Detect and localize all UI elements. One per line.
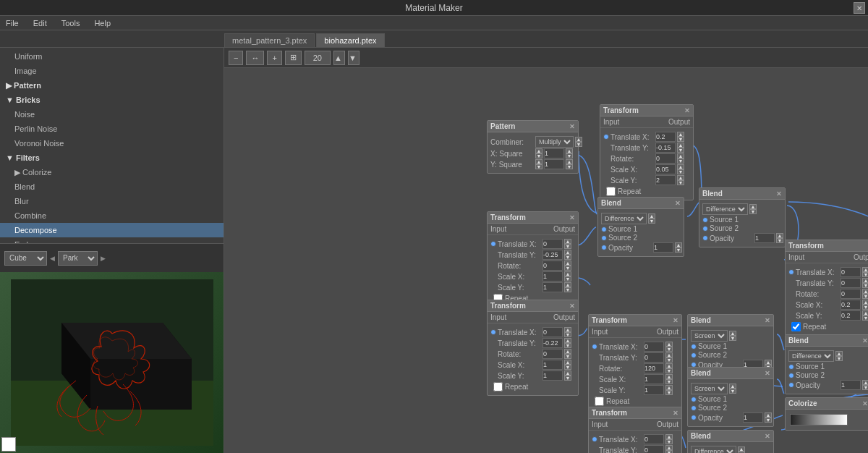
- menu-tools[interactable]: Tools: [59, 19, 83, 27]
- node-transform2-close[interactable]: ✕: [569, 214, 575, 221]
- zoom-up-button[interactable]: ▲: [333, 51, 345, 65]
- port-b1-s1[interactable]: [601, 226, 607, 232]
- input-y-val[interactable]: [544, 159, 564, 169]
- input-t2-tx[interactable]: [542, 239, 563, 249]
- sidebar-item-decompose[interactable]: Decompose: [0, 223, 224, 237]
- input-t3-ty[interactable]: [542, 338, 563, 348]
- port-b3-s1[interactable]: [691, 344, 697, 350]
- node-colorize1-header[interactable]: Colorize ✕: [786, 398, 868, 410]
- node-blend6-header[interactable]: Blend ✕: [786, 335, 868, 347]
- input-t6-sx[interactable]: [841, 300, 861, 310]
- input-scale-x1[interactable]: [655, 164, 676, 174]
- input-t6-tx[interactable]: [841, 267, 861, 277]
- input-x-val[interactable]: [544, 148, 564, 158]
- fit-button[interactable]: ↔: [246, 51, 264, 65]
- node-canvas[interactable]: .conn { stroke: #5599ff; stroke-width: 1…: [224, 68, 868, 453]
- node-colorize1-close[interactable]: ✕: [862, 400, 868, 407]
- node-transform3-close[interactable]: ✕: [569, 302, 575, 310]
- sidebar-item-combine[interactable]: Combine: [0, 208, 224, 223]
- node-blend3-header[interactable]: Blend ✕: [688, 315, 773, 326]
- input-t3-sy[interactable]: [542, 371, 563, 381]
- port-b6-s1[interactable]: [788, 364, 794, 370]
- sidebar-item-emboss[interactable]: Emboss: [0, 237, 224, 243]
- node-transform1-header[interactable]: Transform ✕: [600, 105, 693, 117]
- port-b1-op[interactable]: [601, 245, 607, 250]
- input-t6-sy[interactable]: [841, 310, 861, 321]
- tab-metal-pattern[interactable]: metal_pattern_3.ptex: [224, 33, 315, 47]
- input-t4-rot[interactable]: [644, 363, 664, 373]
- node-blend6-close[interactable]: ✕: [862, 337, 868, 344]
- blend4-mode[interactable]: Screen: [691, 383, 728, 394]
- node-blend1-header[interactable]: Blend ✕: [598, 198, 684, 209]
- node-transform4-close[interactable]: ✕: [673, 317, 678, 324]
- node-blend4-close[interactable]: ✕: [765, 370, 770, 377]
- input-t4-tx[interactable]: [644, 342, 664, 352]
- input-t6-rot[interactable]: [841, 289, 861, 299]
- port-b6-s2[interactable]: [788, 373, 794, 378]
- input-translate-y1[interactable]: [655, 143, 676, 153]
- colorize1-gradient[interactable]: [790, 414, 848, 426]
- port-b2-op[interactable]: [702, 235, 708, 241]
- port-t5-tx[interactable]: [592, 436, 597, 442]
- blend1-mode[interactable]: Difference: [601, 213, 647, 224]
- port-t4-tx[interactable]: [592, 344, 597, 350]
- sidebar-item-voronoi[interactable]: Voronoi Noise: [0, 136, 224, 151]
- input-blend2-opacity[interactable]: [754, 233, 775, 243]
- input-rotate1[interactable]: [655, 153, 676, 164]
- grid-button[interactable]: ⊞: [285, 51, 302, 65]
- input-blend4-opacity[interactable]: [743, 412, 763, 423]
- sidebar-item-bricks[interactable]: ▼ Bricks: [0, 93, 224, 107]
- sidebar-item-image[interactable]: Image: [0, 64, 224, 78]
- zoom-in-button[interactable]: +: [267, 51, 281, 65]
- node-blend2-header[interactable]: Blend ✕: [699, 188, 785, 200]
- port-b2-s1[interactable]: [702, 217, 708, 223]
- node-blend5-header[interactable]: Blend ✕: [688, 431, 773, 442]
- sidebar-item-filters[interactable]: ▼ Filters: [0, 151, 224, 165]
- node-blend1-close[interactable]: ✕: [675, 200, 681, 207]
- env-select[interactable]: Park Studio: [58, 251, 98, 266]
- sidebar-item-blur[interactable]: Blur: [0, 194, 224, 208]
- input-translate-x1[interactable]: [655, 132, 676, 142]
- close-button[interactable]: ✕: [854, 2, 865, 14]
- node-blend3-close[interactable]: ✕: [765, 317, 770, 324]
- node-transform5-close[interactable]: ✕: [673, 410, 678, 417]
- node-blend4-header[interactable]: Blend ✕: [688, 368, 773, 379]
- node-transform1-close[interactable]: ✕: [684, 107, 690, 114]
- input-t3-tx[interactable]: [542, 327, 563, 337]
- input-t4-ty[interactable]: [644, 352, 664, 363]
- menu-edit[interactable]: Edit: [30, 19, 50, 27]
- shape-select[interactable]: Cube Sphere Plane: [4, 251, 47, 266]
- node-pattern-header[interactable]: Pattern ✕: [488, 121, 578, 132]
- input-t3-sx[interactable]: [542, 360, 563, 370]
- port-t2-tx[interactable]: [490, 241, 496, 247]
- sidebar-item-perlin[interactable]: Perlin Noise: [0, 122, 224, 136]
- port-b2-s2[interactable]: [702, 226, 708, 232]
- sidebar-item-colorize[interactable]: ▶ Colorize: [0, 165, 224, 179]
- tab-biohazard[interactable]: biohazard.ptex: [316, 33, 384, 47]
- node-transform2-header[interactable]: Transform ✕: [488, 212, 578, 224]
- input-blend6-opacity[interactable]: [841, 380, 861, 390]
- zoom-input[interactable]: [305, 51, 331, 65]
- input-t3-rot[interactable]: [542, 349, 563, 359]
- port-b6-op[interactable]: [788, 382, 794, 388]
- menu-help[interactable]: Help: [91, 19, 114, 27]
- node-transform5-header[interactable]: Transform ✕: [589, 407, 681, 419]
- port-b4-s1[interactable]: [691, 397, 697, 402]
- input-t2-ty[interactable]: [542, 250, 563, 260]
- node-transform6-header[interactable]: Transform ✕: [786, 240, 868, 252]
- port-t3-tx[interactable]: [490, 329, 496, 335]
- input-scale-y1[interactable]: [655, 175, 676, 185]
- blend3-mode[interactable]: Screen: [691, 330, 728, 342]
- port-b1-s2[interactable]: [601, 235, 607, 241]
- input-t6-ty[interactable]: [841, 278, 861, 288]
- blend5-mode[interactable]: Difference: [691, 446, 736, 453]
- port-tx1-input[interactable]: [603, 134, 609, 140]
- repeat-checkbox4[interactable]: [595, 397, 604, 406]
- repeat-checkbox1[interactable]: [606, 187, 616, 196]
- input-t2-sy[interactable]: [542, 282, 563, 292]
- input-blend1-opacity[interactable]: [653, 242, 673, 253]
- input-t5-tx[interactable]: [644, 434, 664, 444]
- combiner-select[interactable]: MultiplyAdd: [535, 136, 574, 148]
- input-t4-sy[interactable]: [644, 385, 664, 395]
- input-t4-sx[interactable]: [644, 374, 664, 384]
